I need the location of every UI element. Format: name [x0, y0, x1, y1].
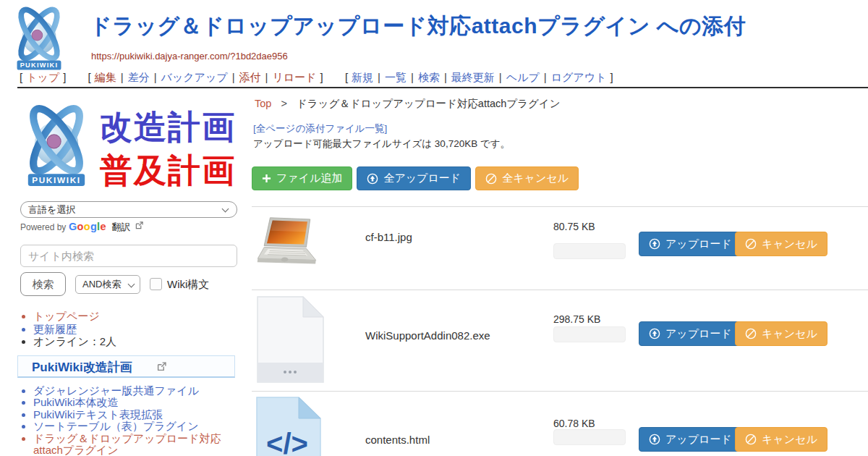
upload-button[interactable]: アップロード — [639, 321, 742, 346]
sidebar-item-text-extension[interactable]: PukiWikiテキスト表現拡張 — [33, 409, 239, 421]
all-attachments-link[interactable]: [全ページの添付ファイル一覧] — [253, 122, 387, 135]
separator: | — [265, 71, 268, 83]
chevron-down-icon — [222, 206, 229, 213]
nav-item-diff[interactable]: 差分 — [128, 71, 150, 83]
sidebar-item-sort-table[interactable]: ソートテーブル（表）プラグイン — [33, 421, 239, 432]
nav-item-reload[interactable]: リロード — [272, 71, 316, 83]
bracket: ] — [63, 71, 66, 83]
sidebar-logo[interactable]: PUKIWIKI 改造計画 普及計画 — [16, 101, 242, 194]
row-divider — [252, 290, 868, 290]
separator: | — [499, 71, 502, 83]
nav-item-logout[interactable]: ログアウト — [551, 71, 607, 83]
laptop-photo-thumbnail — [255, 214, 324, 274]
upload-circle-icon — [649, 238, 660, 250]
sidebar-heading-link[interactable]: PukiWiki改造計画 — [32, 359, 132, 376]
cancel-button[interactable]: キャンセル — [735, 232, 827, 256]
nav-item-search[interactable]: 検索 — [418, 71, 440, 83]
upload-circle-icon — [649, 434, 660, 445]
breadcrumb-current: ドラッグ＆ドロップアップロード対応attachプラグイン — [297, 98, 561, 109]
top-nav: [トップ] [編集|差分|バックアップ|添付|リロード] [新規|一覧|検索|最… — [16, 71, 629, 85]
ban-circle-icon — [485, 173, 497, 185]
translate-label[interactable]: 翻訳 — [111, 221, 130, 232]
site-logo[interactable]: PUKIWIKI — [6, 4, 72, 72]
upload-label: アップロード — [665, 327, 732, 341]
svg-text:</>: </> — [266, 428, 308, 456]
upload-all-button[interactable]: 全アップロード — [357, 166, 471, 190]
ban-circle-icon — [745, 238, 757, 250]
plus-icon — [262, 174, 271, 183]
file-size: 80.75 KB — [553, 221, 595, 232]
nav-item-backup[interactable]: バックアップ — [161, 71, 228, 83]
cancel-all-label: 全キャンセル — [502, 172, 569, 185]
wiki-syntax-checkbox[interactable] — [150, 278, 162, 290]
file-name: WikiSupportAddin082.exe — [365, 329, 490, 342]
pukiwiki-attach-page: PUKIWIKI ドラッグ＆ドロップアップロード対応attachプラグイン への… — [0, 0, 868, 456]
breadcrumb-separator: > — [281, 98, 286, 109]
search-mode-value: AND検索 — [82, 279, 121, 290]
file-size: 298.75 KB — [553, 313, 600, 325]
nav-item-list[interactable]: 一覧 — [385, 71, 407, 83]
upload-all-label: 全アップロード — [383, 172, 461, 185]
language-select[interactable]: 言語を選択 — [20, 201, 237, 218]
generic-file-icon — [255, 295, 326, 384]
upload-circle-icon — [367, 173, 378, 185]
pukiwiki-atom-logo-icon: PUKIWIKI — [6, 4, 72, 72]
separator: | — [378, 71, 380, 83]
nav-item-edit[interactable]: 編集 — [95, 71, 116, 83]
search-mode-select[interactable]: AND検索 — [75, 275, 140, 294]
sidebar-item-recent-changes[interactable]: 更新履歴 — [33, 323, 236, 336]
chevron-down-icon — [128, 281, 135, 288]
cancel-button[interactable]: キャンセル — [735, 427, 827, 452]
sidebar-item-dragdrop-attach[interactable]: ドラッグ＆ドロップアップロード対応attachプラグイン — [33, 433, 239, 456]
upload-toolbar: ファイル追加 全アップロード 全キャンセル — [252, 166, 579, 190]
nav-item-recent[interactable]: 最終更新 — [451, 71, 495, 83]
nav-group-site: [新規|一覧|検索|最終更新|ヘルプ|ログアウト] — [341, 71, 617, 83]
upload-circle-icon — [649, 328, 660, 339]
separator: | — [444, 71, 447, 83]
progress-bar — [553, 326, 626, 342]
nav-item-help[interactable]: ヘルプ — [506, 71, 540, 83]
add-files-button[interactable]: ファイル追加 — [252, 166, 352, 190]
separator: | — [232, 71, 235, 83]
row-divider — [252, 206, 868, 207]
svg-text:PUKIWIKI: PUKIWIKI — [32, 175, 81, 185]
external-link-icon — [157, 362, 166, 371]
sidebar-item-common-files[interactable]: ダジャレンジャー版共通ファイル — [33, 385, 239, 397]
bracket: ] — [610, 71, 613, 83]
header-divider — [17, 87, 868, 88]
breadcrumb-root-link[interactable]: Top — [255, 98, 271, 109]
page-url[interactable]: https://pukiwiki.dajya-ranger.com/?1bd2d… — [91, 51, 288, 62]
breadcrumb: Top > ドラッグ＆ドロップアップロード対応attachプラグイン — [255, 97, 561, 111]
sidebar-item-online-count: オンライン：2人 — [33, 335, 236, 348]
language-select-value: 言語を選択 — [28, 204, 75, 215]
separator: | — [154, 71, 157, 83]
upload-button[interactable]: アップロード — [639, 427, 742, 452]
nav-item-top[interactable]: トップ — [26, 71, 59, 83]
sidebar-item-toppage[interactable]: トップページ — [33, 310, 236, 323]
sidebar-logo-slogan-line2: 普及計画 — [100, 149, 236, 193]
bracket: [ — [345, 71, 348, 83]
sidebar-item-core-mods[interactable]: PukiWiki本体改造 — [33, 397, 239, 408]
ban-circle-icon — [745, 328, 757, 339]
nav-item-attach[interactable]: 添付 — [239, 71, 261, 83]
file-size: 60.78 KB — [553, 418, 595, 429]
upload-button[interactable]: アップロード — [639, 232, 742, 256]
pukiwiki-atom-logo-icon: PUKIWIKI — [16, 101, 97, 190]
nav-item-new[interactable]: 新規 — [352, 71, 373, 83]
upload-label: アップロード — [665, 433, 732, 447]
site-search-input[interactable] — [20, 245, 237, 267]
cancel-button[interactable]: キャンセル — [735, 321, 827, 346]
progress-bar — [553, 243, 626, 259]
cancel-label: キャンセル — [762, 237, 817, 251]
cancel-all-button[interactable]: 全キャンセル — [475, 166, 579, 190]
progress-bar — [553, 429, 626, 445]
wiki-syntax-label: Wiki構文 — [167, 278, 209, 292]
nav-group-page: [編集|差分|バックアップ|添付|リロード] — [85, 71, 327, 83]
separator: | — [121, 71, 124, 83]
html-code-file-icon: </> — [255, 396, 323, 456]
bracket: [ — [88, 71, 91, 83]
search-button[interactable]: 検索 — [20, 272, 66, 296]
sidebar-logo-slogan-line1: 改造計画 — [100, 106, 236, 149]
separator: | — [411, 71, 414, 83]
google-translate-attribution: Powered by Google 翻訳 — [20, 221, 143, 234]
